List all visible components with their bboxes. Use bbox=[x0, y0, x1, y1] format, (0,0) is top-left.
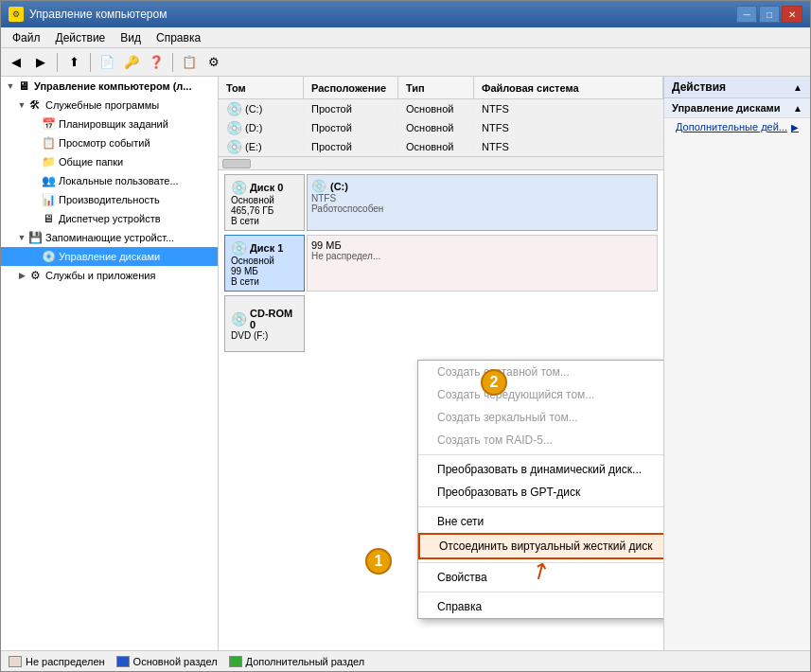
main-window: ⚙ Управление компьютером ─ □ ✕ Файл Дейс… bbox=[0, 0, 811, 672]
ctx-create-composite[interactable]: Создать составной том... bbox=[418, 361, 663, 383]
row-c-fs: NTFS bbox=[474, 102, 663, 115]
row-d-name: 💿 (D:) bbox=[219, 119, 304, 136]
toolbar-separator-1 bbox=[57, 53, 58, 72]
disk-cdrom-label[interactable]: 💿 CD-ROM 0 DVD (F:) bbox=[224, 295, 305, 352]
ctx-offline[interactable]: Вне сети bbox=[418, 510, 663, 533]
window-title: Управление компьютером bbox=[29, 8, 736, 21]
row-e-type: Основной bbox=[398, 140, 474, 153]
col-tom: Том bbox=[219, 77, 304, 98]
disk-cdrom-row: 💿 CD-ROM 0 DVD (F:) bbox=[224, 295, 658, 352]
disk-1-row: 💿 Диск 1 Основной 99 МБ В сети 99 МБ Не … bbox=[224, 235, 658, 292]
disk-0-label[interactable]: 💿 Диск 0 Основной 465,76 ГБ В сети bbox=[224, 174, 305, 231]
menu-help[interactable]: Справка bbox=[149, 29, 208, 46]
disk-1-label[interactable]: 💿 Диск 1 Основной 99 МБ В сети bbox=[224, 235, 305, 292]
window-controls: ─ □ ✕ bbox=[736, 6, 802, 23]
action-more-arrow-icon: ▶ bbox=[791, 122, 799, 133]
tree-services[interactable]: ▶ ⚙ Службы и приложения bbox=[1, 266, 218, 285]
badge-1: 1 bbox=[365, 548, 392, 575]
forward-button[interactable]: ▶ bbox=[29, 51, 52, 74]
ctx-help[interactable]: Справка bbox=[418, 595, 663, 618]
scrollbar-thumb[interactable] bbox=[222, 159, 251, 168]
actions-title: Действия bbox=[672, 80, 726, 94]
ctx-create-raid5[interactable]: Создать том RAID-5... bbox=[418, 429, 663, 451]
legend-unallocated-box bbox=[9, 656, 22, 667]
right-panel: Том Расположение Тип Файловая система 💿 … bbox=[219, 77, 663, 650]
tree-root[interactable]: ▼ 🖥 Управление компьютером (л... bbox=[1, 77, 218, 96]
menu-action[interactable]: Действие bbox=[48, 29, 114, 46]
tree-sf-label: Общие папки bbox=[59, 156, 123, 168]
st-expand-icon: ▼ bbox=[16, 232, 27, 243]
col-tip: Тип bbox=[398, 77, 474, 98]
title-bar: ⚙ Управление компьютером ─ □ ✕ bbox=[1, 1, 810, 27]
export-button[interactable]: 📋 bbox=[178, 51, 201, 74]
svc-icon: ⚙ bbox=[27, 268, 43, 283]
scheduler-icon: 📅 bbox=[41, 116, 56, 132]
legend-extended-box bbox=[229, 656, 242, 667]
legend-unallocated-label: Не распределен bbox=[26, 656, 105, 667]
tree-scheduler[interactable]: 📅 Планировщик заданий bbox=[1, 115, 218, 133]
dm-icon: 🖥 bbox=[41, 211, 56, 226]
tree-performance[interactable]: 📊 Производительность bbox=[1, 190, 218, 209]
tree-localusers[interactable]: 👥 Локальные пользовате... bbox=[1, 171, 218, 190]
sf-icon: 📁 bbox=[41, 154, 56, 169]
col-fs: Файловая система bbox=[474, 77, 663, 98]
tree-diskmgmt[interactable]: 💿 Управление дисками bbox=[1, 247, 218, 266]
menu-view[interactable]: Вид bbox=[113, 29, 149, 46]
tree-diskmgmt-label: Управление дисками bbox=[59, 251, 160, 262]
close-button[interactable]: ✕ bbox=[782, 6, 802, 23]
svc-arrow: ▶ bbox=[16, 270, 27, 281]
help-button[interactable]: ❓ bbox=[145, 51, 167, 74]
table-row[interactable]: 💿 (D:) Простой Основной NTFS bbox=[219, 118, 663, 137]
table-row[interactable]: 💿 (C:) Простой Основной NTFS bbox=[219, 99, 663, 118]
tree-perf-label: Производительность bbox=[59, 194, 160, 205]
left-panel: ▼ 🖥 Управление компьютером (л... ▼ 🛠 Слу… bbox=[1, 77, 219, 650]
row-e-fs: NTFS bbox=[474, 140, 663, 153]
minimize-button[interactable]: ─ bbox=[736, 6, 757, 23]
tree-lu-label: Локальные пользовате... bbox=[59, 175, 179, 186]
settings-button[interactable]: ⚙ bbox=[203, 51, 225, 74]
ctx-create-striped[interactable]: Создать чередующийся том... bbox=[418, 383, 663, 406]
tree-storage[interactable]: ▼ 💾 Запоминающие устройст... bbox=[1, 228, 218, 247]
table-area: Том Расположение Тип Файловая система 💿 … bbox=[219, 77, 663, 157]
ctx-convert-dynamic[interactable]: Преобразовать в динамический диск... bbox=[418, 458, 663, 481]
legend-extended: Дополнительный раздел bbox=[229, 656, 365, 667]
disk-0-partition-c[interactable]: 💿 (C:) NTFS Работоспособен bbox=[307, 174, 658, 231]
ctx-sep-1 bbox=[418, 454, 663, 455]
row-c-type: Основной bbox=[398, 102, 474, 115]
ev-icon: 📋 bbox=[41, 135, 56, 150]
tree-eventviewer[interactable]: 📋 Просмотр событий bbox=[1, 133, 218, 152]
app-icon: ⚙ bbox=[9, 7, 24, 22]
action-section-label: Управление дисками bbox=[672, 102, 780, 114]
tree-utilities[interactable]: ▼ 🛠 Служебные программы bbox=[1, 96, 218, 115]
tree-utilities-label: Служебные программы bbox=[45, 99, 159, 111]
tree-ev-label: Просмотр событий bbox=[59, 137, 150, 149]
col-raspoloz: Расположение bbox=[304, 77, 398, 98]
row-d-fs: NTFS bbox=[474, 121, 663, 134]
ctx-convert-gpt[interactable]: Преобразовать в GPT-диск bbox=[418, 481, 663, 504]
action-more-label: Дополнительные дей... bbox=[676, 121, 787, 133]
show-hide-button[interactable]: 📄 bbox=[96, 51, 118, 74]
maximize-button[interactable]: □ bbox=[759, 6, 780, 23]
row-c-loc: Простой bbox=[304, 102, 398, 115]
disk-1-partition-unalloc[interactable]: 99 МБ Не распредел... bbox=[307, 235, 658, 292]
menu-file[interactable]: Файл bbox=[5, 29, 48, 46]
status-bar: Не распределен Основной раздел Дополните… bbox=[1, 650, 810, 671]
lu-icon: 👥 bbox=[41, 173, 56, 188]
action-more-actions[interactable]: Дополнительные дей... ▶ bbox=[664, 118, 810, 135]
properties-button[interactable]: 🔑 bbox=[120, 51, 143, 74]
row-c-name: 💿 (C:) bbox=[219, 100, 304, 117]
up-button[interactable]: ⬆ bbox=[62, 51, 85, 74]
horizontal-scrollbar[interactable] bbox=[219, 157, 663, 170]
table-row[interactable]: 💿 (E:) Простой Основной NTFS bbox=[219, 137, 663, 156]
tree-scheduler-label: Планировщик заданий bbox=[59, 118, 168, 130]
ctx-create-mirror[interactable]: Создать зеркальный том... bbox=[418, 406, 663, 429]
actions-collapse-icon: ▲ bbox=[793, 82, 802, 93]
back-button[interactable]: ◀ bbox=[5, 51, 27, 74]
action-section-disk-mgmt[interactable]: Управление дисками ▲ bbox=[664, 98, 810, 118]
menu-bar: Файл Действие Вид Справка bbox=[1, 27, 810, 48]
legend-unallocated: Не распределен bbox=[9, 656, 105, 667]
tree-devicemgr[interactable]: 🖥 Диспетчер устройств bbox=[1, 209, 218, 228]
computer-icon: 🖥 bbox=[16, 79, 31, 94]
action-section-arrow: ▲ bbox=[793, 103, 802, 114]
tree-sharedfolders[interactable]: 📁 Общие папки bbox=[1, 152, 218, 171]
